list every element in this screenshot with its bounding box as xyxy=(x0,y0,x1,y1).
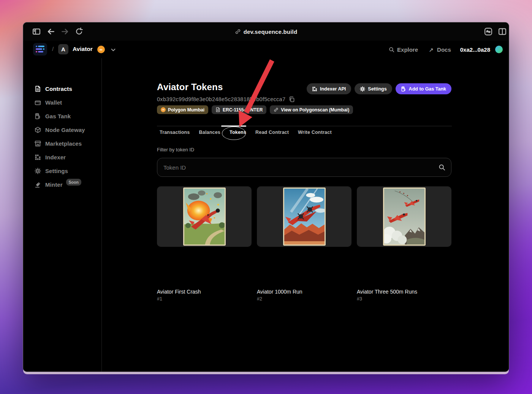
contract-address: 0xb392c99d9f8e3e0b248e5c283818beb0f5cecc… xyxy=(157,96,285,102)
address-bar[interactable]: dev.sequence.build xyxy=(23,22,509,41)
token-meta-2: Aviator 1000m Run #2 xyxy=(257,289,302,302)
token-name: Aviator First Crash xyxy=(157,289,201,295)
token-name: Aviator 1000m Run xyxy=(257,289,302,295)
sidebar: Contracts Wallet Gas Tank Node Gateway xyxy=(23,58,102,372)
settings-button[interactable]: Settings xyxy=(355,83,392,94)
contracts-icon xyxy=(35,86,41,92)
sidebar-item-marketplaces[interactable]: Marketplaces xyxy=(23,137,101,150)
tab-read-contract[interactable]: Read Contract xyxy=(255,127,289,138)
token-image-1000m-run xyxy=(283,187,326,246)
indexer-icon xyxy=(35,154,41,160)
sidebar-item-minter[interactable]: Minter Soon xyxy=(23,178,101,191)
tab-write-contract[interactable]: Write Contract xyxy=(298,127,332,138)
sidebar-item-contracts[interactable]: Contracts xyxy=(23,82,101,95)
token-id: #2 xyxy=(257,296,302,302)
token-card-1[interactable] xyxy=(157,186,252,247)
token-image-crash xyxy=(183,187,226,246)
gear-icon xyxy=(35,168,41,174)
explore-button[interactable]: Explore xyxy=(389,46,418,53)
indexer-grid-icon xyxy=(312,86,317,92)
minter-icon xyxy=(35,181,41,188)
token-id-input[interactable] xyxy=(157,158,451,177)
wallet-icon xyxy=(35,99,41,106)
tab-transactions[interactable]: Transactions xyxy=(160,127,190,138)
account-avatar[interactable] xyxy=(495,46,503,53)
forward-arrow-icon[interactable] xyxy=(61,27,69,36)
docs-button[interactable]: ↗ Docs xyxy=(429,46,451,53)
sidebar-item-gas-tank[interactable]: Gas Tank xyxy=(23,109,101,123)
indexer-api-button[interactable]: Indexer API xyxy=(307,83,351,94)
back-arrow-icon[interactable] xyxy=(47,27,55,36)
network-icon[interactable]: ∞ xyxy=(97,46,105,53)
contract-type-badge: ERC-1155-MINTER xyxy=(212,105,266,114)
add-to-gas-tank-button[interactable]: Add to Gas Tank xyxy=(396,83,451,94)
sidebar-item-node-gateway[interactable]: Node Gateway xyxy=(23,123,101,137)
page-settings-icon[interactable] xyxy=(484,27,492,36)
app-body: Contracts Wallet Gas Tank Node Gateway xyxy=(23,58,509,372)
tab-tokens[interactable]: Tokens xyxy=(230,127,246,138)
desktop-wallpaper: dev.sequence.build / A Aviator ∞ xyxy=(0,0,532,394)
node-gateway-icon xyxy=(35,127,41,133)
token-grid xyxy=(157,186,452,247)
tab-divider xyxy=(157,126,452,126)
gas-tank-icon xyxy=(35,113,41,119)
document-icon xyxy=(215,107,220,112)
polygon-icon: ∞ xyxy=(161,107,166,112)
badge-row: ∞ Polygon Mumbai ERC-1155-MINTER View on… xyxy=(157,105,353,114)
breadcrumb-separator: / xyxy=(52,46,54,52)
project-name[interactable]: Aviator xyxy=(73,46,93,52)
token-meta-1: Aviator First Crash #1 xyxy=(157,289,201,302)
search-icon xyxy=(389,47,394,52)
split-view-icon[interactable] xyxy=(498,27,507,36)
project-avatar[interactable]: A xyxy=(58,44,68,54)
token-card-2[interactable] xyxy=(257,186,352,247)
marketplaces-icon xyxy=(35,140,41,147)
filter-label: Filter by token ID xyxy=(157,147,194,153)
sequence-logo[interactable] xyxy=(33,43,47,56)
main-content: Aviator Tokens Indexer API Settings Add … xyxy=(157,58,452,372)
browser-toolbar: dev.sequence.build xyxy=(23,22,509,41)
network-badge: ∞ Polygon Mumbai xyxy=(157,105,208,114)
app-header: / A Aviator ∞ Explore ↗ Docs 0xa2...0a28 xyxy=(23,41,509,58)
explorer-link-badge[interactable]: View on Polygonscan (Mumbai) xyxy=(270,105,353,114)
token-name: Aviator Three 500m Runs xyxy=(357,289,417,295)
gas-pump-icon xyxy=(401,86,406,92)
tab-balances[interactable]: Balances xyxy=(199,127,221,138)
search-icon xyxy=(439,164,445,171)
sidebar-item-wallet[interactable]: Wallet xyxy=(23,95,101,109)
gear-icon xyxy=(360,86,365,92)
sidebar-item-indexer[interactable]: Indexer xyxy=(23,150,101,164)
copy-icon[interactable] xyxy=(289,96,295,102)
tab-bar: Transactions Balances Tokens Read Contra… xyxy=(160,127,332,138)
token-card-3[interactable] xyxy=(357,186,451,247)
token-meta-3: Aviator Three 500m Runs #3 xyxy=(357,289,417,302)
wallet-address[interactable]: 0xa2...0a28 xyxy=(460,46,490,53)
sidebar-item-settings[interactable]: Settings xyxy=(23,164,101,178)
page-title: Aviator Tokens xyxy=(157,82,223,92)
chevron-down-icon[interactable] xyxy=(110,47,116,53)
token-id: #3 xyxy=(357,296,417,302)
header-actions: Indexer API Settings Add to Gas Tank xyxy=(307,83,451,94)
token-id: #1 xyxy=(157,296,201,302)
url-text: dev.sequence.build xyxy=(244,29,298,35)
browser-window: dev.sequence.build / A Aviator ∞ xyxy=(23,22,509,372)
token-image-three-runs xyxy=(383,187,426,246)
arrow-up-right-icon: ↗ xyxy=(429,47,434,52)
link-icon xyxy=(235,29,241,35)
soon-badge: Soon xyxy=(66,179,81,186)
reload-icon[interactable] xyxy=(75,27,83,36)
sidebar-toggle-icon[interactable] xyxy=(32,27,41,36)
link-icon xyxy=(274,107,279,112)
